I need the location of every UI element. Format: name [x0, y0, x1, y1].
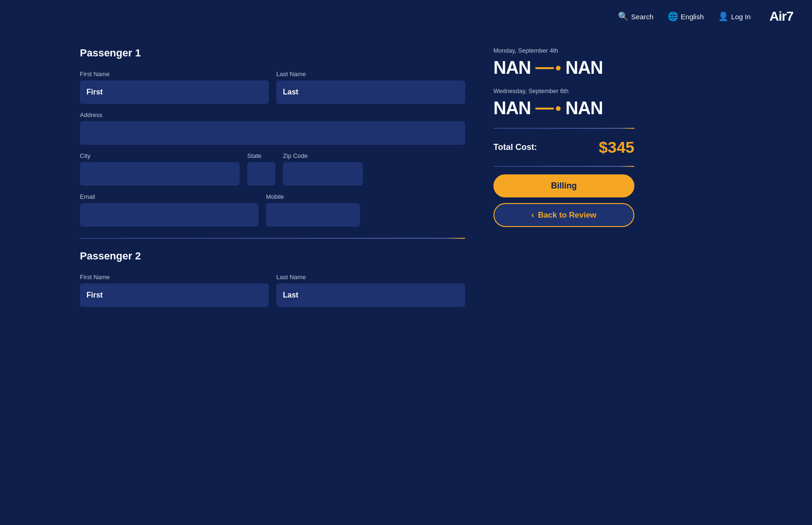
state-label-p1: State — [247, 152, 275, 159]
user-icon: 👤 — [718, 11, 728, 22]
language-label: English — [681, 13, 704, 21]
globe-icon: 🌐 — [668, 11, 678, 22]
total-amount: $345 — [599, 138, 634, 157]
zip-input-p1[interactable] — [283, 162, 363, 186]
flight2-dest: NAN — [565, 98, 602, 118]
city-state-zip-row-p1: City State Zip Code — [80, 152, 465, 186]
city-label-p1: City — [80, 152, 240, 159]
email-label-p1: Email — [80, 193, 258, 200]
name-row-p2: First Name Last Name — [80, 274, 465, 307]
address-group-p1: Address — [80, 111, 465, 145]
last-name-group-p2: Last Name — [276, 274, 465, 307]
flight2-origin: NAN — [493, 98, 531, 118]
flight2-date: Wednesday, September 6th — [493, 87, 634, 94]
chevron-left-icon: ‹ — [531, 210, 534, 220]
flight1-date: Monday, September 4th — [493, 47, 634, 54]
search-icon: 🔍 — [618, 11, 628, 22]
sidebar-divider-1 — [493, 128, 634, 129]
flight1: Monday, September 4th NAN NAN — [493, 47, 634, 78]
search-button[interactable]: 🔍 Search — [618, 11, 654, 22]
route-dot-2 — [556, 106, 561, 111]
mobile-input-p1[interactable] — [266, 203, 360, 227]
last-name-input-p1[interactable] — [276, 80, 465, 104]
passenger2-section: Passenger 2 First Name Last Name — [80, 250, 465, 307]
zip-group-p1: Zip Code — [283, 152, 363, 186]
flight1-route: NAN NAN — [493, 58, 634, 78]
email-mobile-row-p1: Email Mobile — [80, 193, 465, 227]
logo-text: Air — [770, 9, 787, 24]
logo: Air7 — [770, 9, 793, 24]
first-name-input-p2[interactable] — [80, 283, 269, 307]
first-name-label-p2: First Name — [80, 274, 269, 281]
mobile-group-p1: Mobile — [266, 193, 360, 227]
first-name-input-p1[interactable] — [80, 80, 269, 104]
billing-button[interactable]: Billing — [493, 174, 634, 197]
route-line-2 — [535, 108, 554, 110]
state-input-p1[interactable] — [247, 162, 275, 186]
logo-suffix: 7 — [786, 9, 793, 24]
flight2: Wednesday, September 6th NAN NAN — [493, 87, 634, 118]
passenger1-title: Passenger 1 — [80, 47, 465, 59]
route-divider-1 — [535, 66, 561, 71]
back-to-review-button[interactable]: ‹ Back to Review — [493, 203, 634, 227]
flight1-origin: NAN — [493, 58, 531, 78]
last-name-label-p2: Last Name — [276, 274, 465, 281]
state-group-p1: State — [247, 152, 275, 186]
first-name-group-p1: First Name — [80, 71, 269, 104]
login-label: Log In — [731, 13, 751, 21]
last-name-label-p1: Last Name — [276, 71, 465, 78]
zip-label-p1: Zip Code — [283, 152, 363, 159]
route-line-1 — [535, 67, 554, 69]
login-button[interactable]: 👤 Log In — [718, 11, 751, 22]
email-group-p1: Email — [80, 193, 258, 227]
language-selector[interactable]: 🌐 English — [668, 11, 704, 22]
sidebar-divider-2 — [493, 166, 634, 167]
name-row-p1: First Name Last Name — [80, 71, 465, 104]
email-input-p1[interactable] — [80, 203, 258, 227]
sidebar: Monday, September 4th NAN NAN Wednesday,… — [493, 47, 634, 314]
route-dot-1 — [556, 66, 561, 71]
address-input-p1[interactable] — [80, 121, 465, 145]
mobile-label-p1: Mobile — [266, 193, 360, 200]
total-cost-row: Total Cost: $345 — [493, 138, 634, 157]
passenger-divider — [80, 238, 465, 239]
address-label-p1: Address — [80, 111, 465, 118]
last-name-input-p2[interactable] — [276, 283, 465, 307]
flight2-route: NAN NAN — [493, 98, 634, 118]
search-label: Search — [631, 13, 654, 21]
form-section: Passenger 1 First Name Last Name Address — [80, 47, 465, 314]
address-row-p1: Address — [80, 111, 465, 145]
route-divider-2 — [535, 106, 561, 111]
last-name-group-p1: Last Name — [276, 71, 465, 104]
header: 🔍 Search 🌐 English 👤 Log In Air7 — [0, 0, 812, 33]
passenger2-title: Passenger 2 — [80, 250, 465, 262]
main-layout: Passenger 1 First Name Last Name Address — [0, 33, 812, 329]
first-name-group-p2: First Name — [80, 274, 269, 307]
city-input-p1[interactable] — [80, 162, 240, 186]
flight1-dest: NAN — [565, 58, 602, 78]
back-label: Back to Review — [538, 211, 597, 220]
passenger1-section: Passenger 1 First Name Last Name Address — [80, 47, 465, 227]
city-group-p1: City — [80, 152, 240, 186]
first-name-label-p1: First Name — [80, 71, 269, 78]
total-label: Total Cost: — [493, 142, 537, 152]
